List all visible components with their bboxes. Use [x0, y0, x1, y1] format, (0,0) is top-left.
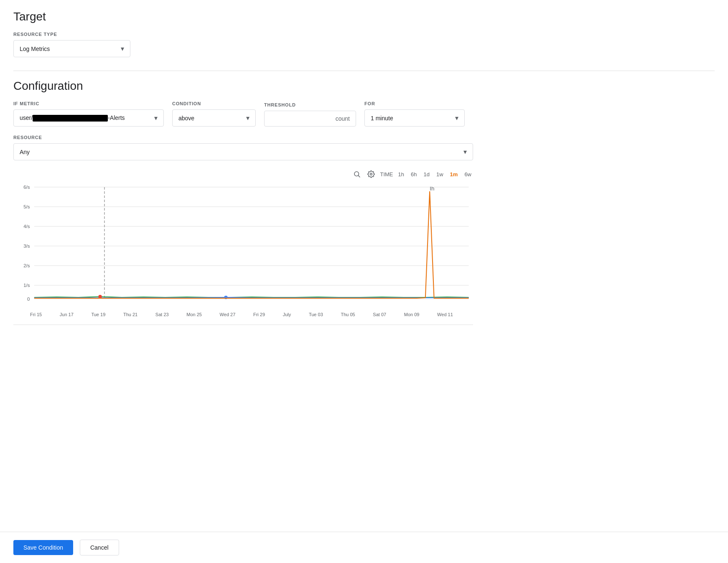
section-divider	[13, 71, 715, 71]
condition-field: CONDITION above ▾	[172, 101, 256, 127]
x-label-wed27: Wed 27	[220, 312, 236, 317]
chart-svg: 6/s 5/s 4/s 3/s 2/s 1/s 0 Ih	[13, 183, 473, 308]
if-metric-suffix: -Alerts	[108, 114, 125, 121]
x-label-mon25: Mon 25	[186, 312, 202, 317]
threshold-input[interactable]: 1	[270, 115, 295, 122]
chevron-down-icon: ▾	[154, 114, 158, 122]
x-label-wed11: Wed 11	[437, 312, 453, 317]
x-label-jun17: Jun 17	[60, 312, 74, 317]
for-value: 1 minute	[371, 115, 452, 122]
resource-value: Any	[20, 149, 460, 155]
config-title: Configuration	[13, 79, 715, 93]
svg-text:0: 0	[27, 297, 30, 302]
gear-icon[interactable]	[366, 169, 377, 180]
if-metric-select[interactable]: user/-Alerts ▾	[13, 109, 164, 127]
chevron-down-icon: ▾	[246, 114, 249, 122]
svg-text:4/s: 4/s	[23, 224, 30, 229]
time-option-6h[interactable]: 6h	[409, 170, 418, 178]
resource-select[interactable]: Any ▾	[13, 143, 473, 160]
redacted-metric	[33, 115, 108, 122]
svg-point-2	[370, 173, 372, 175]
save-condition-button[interactable]: Save Condition	[13, 540, 73, 555]
threshold-input-box: 1 count	[264, 111, 356, 127]
time-label: TIME	[380, 171, 393, 178]
chart-controls: TIME 1h 6h 1d 1w 1m 6w	[13, 169, 473, 180]
time-option-1h[interactable]: 1h	[397, 170, 406, 178]
for-select[interactable]: 1 minute ▾	[364, 109, 465, 127]
if-metric-prefix: user/	[20, 114, 33, 121]
zoom-icon[interactable]	[351, 169, 362, 180]
time-option-1m[interactable]: 1m	[448, 170, 460, 178]
time-option-6w[interactable]: 6w	[463, 170, 473, 178]
svg-text:Ih: Ih	[430, 185, 434, 192]
svg-line-1	[359, 175, 360, 177]
if-metric-field: IF METRIC user/-Alerts ▾	[13, 101, 164, 127]
threshold-label: THRESHOLD	[264, 102, 356, 107]
chart-container: 6/s 5/s 4/s 3/s 2/s 1/s 0 Ih Fri 15 Jun	[13, 183, 473, 325]
svg-text:6/s: 6/s	[23, 185, 30, 190]
x-label-sat23: Sat 23	[155, 312, 169, 317]
chevron-down-icon: ▾	[455, 114, 458, 122]
x-axis-labels: Fri 15 Jun 17 Tue 19 Thu 21 Sat 23 Mon 2…	[13, 309, 473, 317]
svg-text:5/s: 5/s	[23, 204, 30, 209]
svg-text:3/s: 3/s	[23, 243, 30, 249]
time-option-1w[interactable]: 1w	[435, 170, 445, 178]
resource-type-value: Log Metrics	[20, 46, 117, 52]
x-label-tue03: Tue 03	[309, 312, 323, 317]
threshold-unit: count	[336, 115, 350, 122]
x-label-thu21: Thu 21	[123, 312, 137, 317]
footer: Save Condition Cancel	[0, 532, 728, 563]
x-label-mon09: Mon 09	[404, 312, 420, 317]
resource-type-field: RESOURCE TYPE Log Metrics ▾	[13, 32, 715, 57]
chevron-down-icon: ▾	[121, 45, 124, 53]
condition-value: above	[178, 115, 243, 122]
condition-select[interactable]: above ▾	[172, 109, 256, 127]
cancel-button[interactable]: Cancel	[80, 540, 119, 555]
for-field: FOR 1 minute ▾	[364, 101, 465, 127]
x-label-fri29: Fri 29	[253, 312, 265, 317]
config-section: Configuration IF METRIC user/-Alerts ▾ C…	[13, 79, 715, 325]
target-section: Target RESOURCE TYPE Log Metrics ▾	[13, 10, 715, 57]
if-metric-label: IF METRIC	[13, 101, 164, 106]
x-label-tue19: Tue 19	[91, 312, 105, 317]
resource-row: RESOURCE Any ▾	[13, 135, 715, 160]
svg-text:1/s: 1/s	[23, 283, 30, 288]
x-label-july: July	[283, 312, 291, 317]
threshold-field: THRESHOLD 1 count	[264, 102, 356, 127]
svg-text:2/s: 2/s	[23, 263, 30, 268]
x-label-fri15: Fri 15	[30, 312, 42, 317]
chevron-down-icon: ▾	[463, 148, 467, 156]
resource-label: RESOURCE	[13, 135, 715, 140]
resource-type-label: RESOURCE TYPE	[13, 32, 715, 37]
resource-type-select[interactable]: Log Metrics ▾	[13, 40, 130, 57]
svg-point-0	[354, 172, 359, 176]
target-title: Target	[13, 10, 715, 23]
config-row-1: IF METRIC user/-Alerts ▾ CONDITION above…	[13, 101, 715, 127]
if-metric-value: user/-Alerts	[20, 114, 151, 122]
time-option-1d[interactable]: 1d	[422, 170, 431, 178]
condition-label: CONDITION	[172, 101, 256, 106]
for-label: FOR	[364, 101, 465, 106]
x-label-thu05: Thu 05	[341, 312, 355, 317]
x-label-sat07: Sat 07	[373, 312, 386, 317]
svg-point-18	[98, 295, 102, 298]
